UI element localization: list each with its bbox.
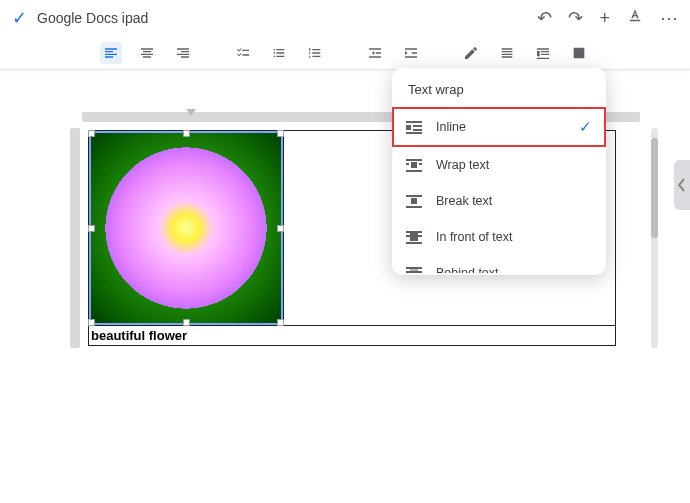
edit-icon[interactable] <box>460 42 482 64</box>
wrap-option-in-front[interactable]: In front of text <box>392 219 606 255</box>
line-spacing-button[interactable] <box>496 42 518 64</box>
selected-check-icon: ✓ <box>579 118 592 136</box>
wrap-option-break-text[interactable]: Break text <box>392 183 606 219</box>
text-wrap-button[interactable] <box>532 42 554 64</box>
resize-handle-tm[interactable] <box>183 130 190 137</box>
outdent-button[interactable] <box>364 42 386 64</box>
wrap-option-behind[interactable]: Behind text <box>392 255 606 273</box>
document-title[interactable]: Google Docs ipad <box>37 10 148 26</box>
flower-image <box>91 133 281 323</box>
wrap-text-icon <box>406 159 422 171</box>
wrap-option-label: Inline <box>436 120 466 134</box>
resize-handle-bm[interactable] <box>183 319 190 326</box>
numbered-list-button[interactable] <box>304 42 326 64</box>
wrap-option-label: Wrap text <box>436 158 489 172</box>
wrap-option-wrap-text[interactable]: Wrap text <box>392 147 606 183</box>
indent-button[interactable] <box>400 42 422 64</box>
behind-icon <box>406 267 422 273</box>
resize-handle-tl[interactable] <box>88 130 95 137</box>
redo-icon[interactable]: ↷ <box>568 7 583 29</box>
insert-image-button[interactable] <box>568 42 590 64</box>
resize-handle-mr[interactable] <box>277 225 284 232</box>
in-front-icon <box>406 231 422 243</box>
popup-title: Text wrap <box>392 68 606 107</box>
resize-handle-tr[interactable] <box>277 130 284 137</box>
side-panel-tab[interactable] <box>674 160 690 210</box>
text-wrap-popup: Text wrap Inline ✓ Wrap text Break text <box>392 68 606 275</box>
add-icon[interactable]: + <box>599 8 610 29</box>
confirm-icon[interactable]: ✓ <box>12 7 27 29</box>
text-format-icon[interactable] <box>626 7 644 29</box>
format-toolbar <box>0 36 690 70</box>
undo-icon[interactable]: ↶ <box>537 7 552 29</box>
vertical-scrollbar[interactable] <box>651 128 658 348</box>
align-left-button[interactable] <box>100 42 122 64</box>
more-icon[interactable]: ⋯ <box>660 7 678 29</box>
wrap-option-label: Break text <box>436 194 492 208</box>
bulleted-list-button[interactable] <box>268 42 290 64</box>
align-right-button[interactable] <box>172 42 194 64</box>
scrollbar-thumb[interactable] <box>651 138 658 238</box>
selected-image[interactable] <box>91 133 281 323</box>
break-text-icon <box>406 195 422 207</box>
caption-cell[interactable]: beautiful flower <box>89 326 616 346</box>
resize-handle-br[interactable] <box>277 319 284 326</box>
vertical-ruler[interactable] <box>70 128 80 348</box>
checklist-button[interactable] <box>232 42 254 64</box>
align-center-button[interactable] <box>136 42 158 64</box>
resize-handle-ml[interactable] <box>88 225 95 232</box>
resize-handle-bl[interactable] <box>88 319 95 326</box>
inline-icon <box>406 121 422 133</box>
wrap-option-label: Behind text <box>436 266 499 273</box>
wrap-option-label: In front of text <box>436 230 512 244</box>
wrap-option-inline[interactable]: Inline ✓ <box>392 107 606 147</box>
